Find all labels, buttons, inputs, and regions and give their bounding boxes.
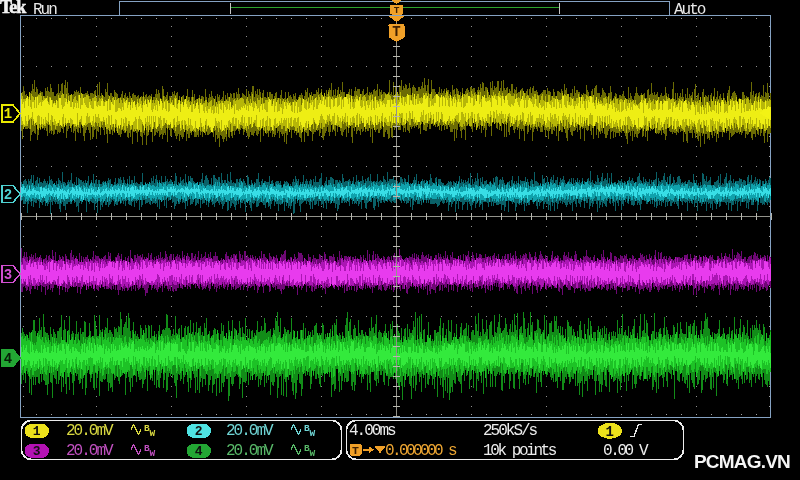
svg-text:3: 3 (4, 267, 12, 283)
svg-text:3: 3 (33, 444, 41, 459)
svg-text:1: 1 (4, 106, 12, 122)
svg-text:W: W (150, 428, 156, 439)
svg-text:W: W (310, 428, 316, 439)
svg-text:T: T (392, 24, 400, 40)
svg-text:W: W (150, 448, 156, 459)
svg-text:1: 1 (33, 424, 41, 439)
svg-text:2: 2 (195, 424, 203, 439)
svg-text:4: 4 (4, 351, 12, 367)
svg-text:W: W (310, 448, 316, 459)
svg-text:2: 2 (4, 187, 12, 203)
svg-text:4: 4 (195, 444, 203, 459)
svg-text:T: T (352, 444, 359, 457)
svg-text:T: T (394, 5, 400, 16)
svg-text:1: 1 (606, 424, 614, 440)
